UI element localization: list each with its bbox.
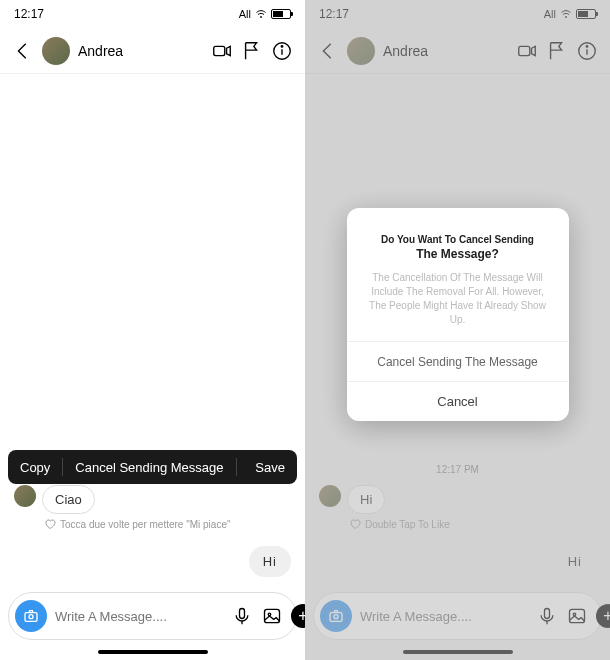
composer-input[interactable] [55,609,223,624]
status-bar: 12:17 All [305,0,610,28]
status-icons: All [239,8,291,20]
carrier-label: All [239,8,251,20]
flag-icon[interactable] [546,40,568,62]
svg-rect-1 [214,46,225,55]
heart-icon [44,518,56,530]
carrier-label: All [544,8,556,20]
svg-point-7 [29,615,33,619]
dialog-cancel-button[interactable]: Cancel [347,381,569,421]
add-button[interactable]: + [596,604,610,628]
camera-icon [23,608,39,624]
back-icon[interactable] [12,40,34,62]
like-hint: Tocca due volte per mettere "Mi piace" [0,518,305,530]
home-indicator [403,650,513,654]
gallery-icon[interactable] [261,605,283,627]
battery-icon [576,9,596,19]
status-time: 12:17 [14,7,44,21]
wifi-icon [255,8,267,20]
context-menu: Copy Cancel Sending Message Save [8,450,297,484]
message-outgoing-row: Hi [305,546,610,577]
message-bubble-out[interactable]: Hi [249,546,291,577]
battery-icon [271,9,291,19]
info-icon[interactable] [271,40,293,62]
svg-point-0 [261,17,262,18]
camera-button[interactable] [320,600,352,632]
confirm-dialog: Do You Want To Cancel Sending The Messag… [347,208,569,421]
svg-point-17 [586,45,587,46]
svg-rect-22 [570,609,585,622]
context-sep [236,458,237,476]
svg-point-12 [566,17,567,18]
dialog-title-line2: The Message? [361,247,555,261]
svg-marker-14 [532,46,536,55]
mic-icon[interactable] [536,605,558,627]
home-indicator [98,650,208,654]
video-call-icon[interactable] [516,40,538,62]
flag-icon[interactable] [241,40,263,62]
context-copy[interactable]: Copy [8,450,62,484]
info-icon[interactable] [576,40,598,62]
avatar[interactable] [42,37,70,65]
mic-icon[interactable] [231,605,253,627]
like-hint-label: Tocca due volte per mettere "Mi piace" [60,519,231,530]
sender-avatar[interactable] [319,485,341,507]
svg-point-5 [281,45,282,46]
camera-icon [328,608,344,624]
message-composer: + [313,592,602,640]
chat-header: Andrea [305,28,610,74]
svg-rect-20 [545,609,550,619]
message-incoming: Hi [305,485,610,514]
composer-input[interactable] [360,609,528,624]
dialog-title-line1: Do You Want To Cancel Sending [361,234,555,245]
svg-rect-10 [265,609,280,622]
gallery-icon[interactable] [566,605,588,627]
svg-rect-18 [330,613,342,622]
screen-left: 12:17 All Andrea 12:17 PM Ciao Tocca [0,0,305,660]
back-icon[interactable] [317,40,339,62]
message-bubble-in[interactable]: Hi [347,485,385,514]
message-bubble-in[interactable]: Ciao [42,485,95,514]
screen-right: 12:17 All Andrea 12:17 PM Hi Double [305,0,610,660]
dialog-confirm-button[interactable]: Cancel Sending The Message [347,341,569,381]
sender-avatar[interactable] [14,485,36,507]
like-hint: Double Tap To Like [305,518,610,530]
status-icons: All [544,8,596,20]
avatar[interactable] [347,37,375,65]
message-bubble-out[interactable]: Hi [554,546,596,577]
split-view: 12:17 All Andrea 12:17 PM Ciao Tocca [0,0,610,660]
chat-header: Andrea [0,28,305,74]
svg-point-19 [334,615,338,619]
message-outgoing-row: Hi [0,546,305,577]
context-save[interactable]: Save [243,450,297,484]
dialog-body: Do You Want To Cancel Sending The Messag… [347,208,569,341]
camera-button[interactable] [15,600,47,632]
svg-rect-8 [240,609,245,619]
heart-icon [349,518,361,530]
status-time: 12:17 [319,7,349,21]
wifi-icon [560,8,572,20]
status-bar: 12:17 All [0,0,305,28]
context-cancel-send[interactable]: Cancel Sending Message [63,450,235,484]
message-composer: + [8,592,297,640]
chat-username[interactable]: Andrea [78,43,203,59]
svg-rect-13 [519,46,530,55]
video-call-icon[interactable] [211,40,233,62]
message-timestamp: 12:17 PM [305,464,610,475]
like-hint-label: Double Tap To Like [365,519,450,530]
svg-rect-6 [25,613,37,622]
message-incoming: Ciao [0,485,305,514]
chat-username[interactable]: Andrea [383,43,508,59]
chat-area[interactable]: 12:17 PM Ciao Tocca due volte per metter… [0,74,305,592]
dialog-message: The Cancellation Of The Message Will Inc… [361,271,555,327]
svg-marker-2 [227,46,231,55]
